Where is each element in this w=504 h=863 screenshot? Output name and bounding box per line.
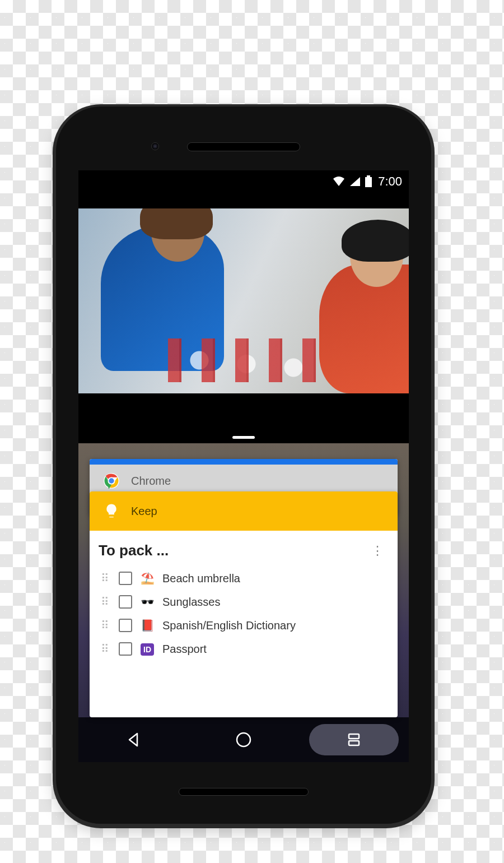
- beach-umbrella-icon: ⛱️: [140, 572, 155, 585]
- drag-handle-icon[interactable]: ⠿: [99, 595, 111, 609]
- battery-icon: [365, 175, 372, 188]
- home-icon: [235, 731, 253, 749]
- svg-point-5: [237, 733, 250, 746]
- item-label: Sunglasses: [162, 596, 220, 609]
- split-handle[interactable]: [78, 431, 409, 443]
- svg-rect-1: [367, 175, 370, 177]
- video-frame: [78, 208, 409, 393]
- drag-handle-icon: [232, 436, 255, 439]
- signal-icon: [349, 176, 361, 187]
- list-item[interactable]: ⠿ ⛱️ Beach umbrella: [96, 567, 393, 590]
- phone-camera: [151, 142, 159, 150]
- back-button[interactable]: [88, 724, 178, 755]
- item-label: Beach umbrella: [162, 572, 240, 585]
- note-title: To pack ...: [99, 542, 169, 559]
- item-label: Spanish/English Dictionary: [162, 619, 296, 632]
- checkbox[interactable]: [119, 619, 132, 632]
- home-button[interactable]: [199, 724, 288, 755]
- list-item[interactable]: ⠿ 🕶️ Sunglasses: [96, 591, 393, 613]
- recents-button[interactable]: [309, 724, 399, 755]
- sunglasses-icon: 🕶️: [140, 595, 155, 609]
- book-icon: 📕: [140, 619, 155, 632]
- chrome-icon: [103, 472, 120, 489]
- recents-card-label: Keep: [131, 505, 157, 518]
- split-screen-icon: [346, 731, 362, 748]
- phone-frame: 7:00: [56, 106, 431, 824]
- checkbox[interactable]: [119, 595, 132, 609]
- wifi-icon: [332, 176, 346, 187]
- checkbox[interactable]: [119, 572, 132, 585]
- status-clock: 7:00: [378, 174, 402, 189]
- id-icon: ID: [140, 642, 155, 656]
- navigation-bar: [78, 717, 409, 762]
- list-item[interactable]: ⠿ ID Passport: [96, 638, 393, 660]
- recents-pane[interactable]: Chrome Keep To: [78, 443, 409, 717]
- drag-handle-icon[interactable]: ⠿: [99, 642, 111, 656]
- recents-card-label: Chrome: [131, 475, 171, 488]
- svg-rect-0: [365, 177, 372, 187]
- status-bar: 7:00: [78, 170, 409, 193]
- drag-handle-icon[interactable]: ⠿: [99, 572, 111, 585]
- drag-handle-icon[interactable]: ⠿: [99, 619, 111, 632]
- svg-rect-6: [349, 734, 359, 739]
- overflow-menu-icon[interactable]: ⋮: [367, 548, 389, 554]
- screen: 7:00: [78, 170, 409, 762]
- keep-note[interactable]: To pack ... ⋮ ⠿ ⛱️ Beach umbrella: [90, 531, 398, 665]
- svg-rect-7: [349, 741, 359, 745]
- recents-card-keep[interactable]: Keep To pack ... ⋮ ⠿ ⛱️ Beach: [90, 491, 398, 717]
- keep-icon: [103, 503, 120, 519]
- checklist: ⠿ ⛱️ Beach umbrella ⠿ 🕶️ Sunglasses: [94, 567, 393, 660]
- video-pane[interactable]: [78, 170, 409, 431]
- list-item[interactable]: ⠿ 📕 Spanish/English Dictionary: [96, 614, 393, 637]
- item-label: Passport: [162, 643, 207, 656]
- back-icon: [125, 731, 142, 748]
- checkbox[interactable]: [119, 642, 132, 656]
